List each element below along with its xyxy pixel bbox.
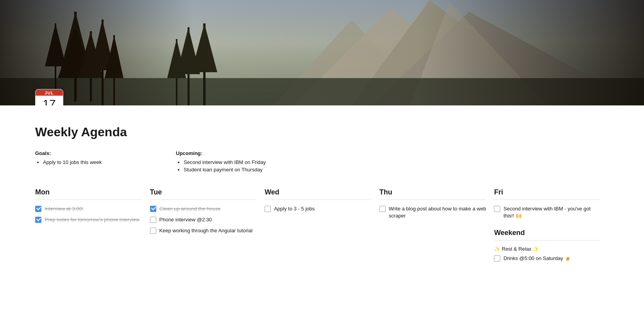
day-fri-header: Fri	[494, 188, 601, 200]
day-tue-header: Tue	[150, 188, 257, 200]
upcoming-label: Upcoming:	[176, 150, 293, 156]
day-wed: Wed Apply to 3 - 5 jobs	[265, 188, 379, 266]
calendar-icon: JUL 17	[35, 89, 63, 105]
goals-block: Goals: Apply to 10 jobs this week	[35, 150, 152, 174]
task-text-mon-0: Interview at 3:00!	[45, 205, 83, 212]
day-mon-header: Mon	[35, 188, 142, 200]
task-fri-0: Second interview with IBM - you've got t…	[494, 205, 601, 219]
checkbox-wed-0[interactable]	[265, 206, 271, 212]
day-tue: Tue Clean up around the house Phone inte…	[150, 188, 265, 266]
checkbox-mon-0[interactable]	[35, 206, 41, 212]
day-mon: Mon Interview at 3:00! Prep notes for to…	[35, 188, 150, 266]
task-tue-0: Clean up around the house	[150, 205, 257, 212]
task-text-fri-0: Second interview with IBM - you've got t…	[503, 205, 601, 219]
info-section: Goals: Apply to 10 jobs this week Upcomi…	[35, 150, 609, 174]
checkbox-tue-1[interactable]	[150, 217, 156, 223]
day-fri: Fri Second interview with IBM - you've g…	[494, 188, 609, 266]
day-thu-header: Thu	[379, 188, 487, 200]
upcoming-item-1: Student loan payment on Thursday	[184, 167, 293, 173]
upcoming-block: Upcoming: Second interview with IBM on F…	[176, 150, 293, 174]
checkbox-tue-2[interactable]	[150, 228, 156, 234]
task-text-tue-0: Clean up around the house	[159, 205, 221, 212]
checkbox-weekend-0[interactable]	[494, 255, 500, 262]
hero-banner: JUL 17	[0, 0, 644, 105]
task-text-mon-1: Prep notes for tomorrow's phone intervie…	[45, 216, 140, 223]
goals-label: Goals:	[35, 150, 152, 156]
calendar-month: JUL	[36, 89, 63, 96]
weekend-item-0: ✨ Rest & Relax ✨	[494, 246, 601, 252]
weekend-header: Weekend	[494, 229, 601, 240]
task-text-tue-1: Phone interview @2:30	[159, 216, 212, 223]
upcoming-list: Second interview with IBM on Friday Stud…	[176, 159, 293, 173]
checkbox-fri-0[interactable]	[494, 206, 500, 212]
task-mon-0: Interview at 3:00!	[35, 205, 142, 212]
task-text-tue-2: Keep working through the Angular tutoria…	[159, 227, 253, 234]
days-grid: Mon Interview at 3:00! Prep notes for to…	[35, 188, 609, 266]
task-text-thu-0: Write a blog post about how to make a we…	[389, 205, 487, 219]
task-tue-2: Keep working through the Angular tutoria…	[150, 227, 257, 234]
task-mon-1: Prep notes for tomorrow's phone intervie…	[35, 216, 142, 223]
day-wed-header: Wed	[265, 188, 372, 200]
task-wed-0: Apply to 3 - 5 jobs	[265, 205, 372, 212]
goals-list: Apply to 10 jobs this week	[35, 159, 152, 165]
page-title: Weekly Agenda	[35, 125, 609, 139]
checkbox-thu-0[interactable]	[379, 206, 386, 212]
goals-item-0: Apply to 10 jobs this week	[43, 159, 152, 165]
task-text-wed-0: Apply to 3 - 5 jobs	[274, 205, 315, 212]
upcoming-item-0: Second interview with IBM on Friday	[184, 159, 293, 165]
task-text-weekend-0: Drinks @5:00 on Saturday 🍺	[503, 255, 571, 262]
task-weekend-0: Drinks @5:00 on Saturday 🍺	[494, 255, 601, 262]
calendar-day: 17	[36, 96, 63, 105]
checkbox-tue-0[interactable]	[150, 206, 156, 212]
checkbox-mon-1[interactable]	[35, 217, 41, 223]
svg-rect-25	[0, 0, 644, 105]
task-thu-0: Write a blog post about how to make a we…	[379, 205, 487, 219]
task-tue-1: Phone interview @2:30	[150, 216, 257, 223]
day-thu: Thu Write a blog post about how to make …	[379, 188, 494, 266]
